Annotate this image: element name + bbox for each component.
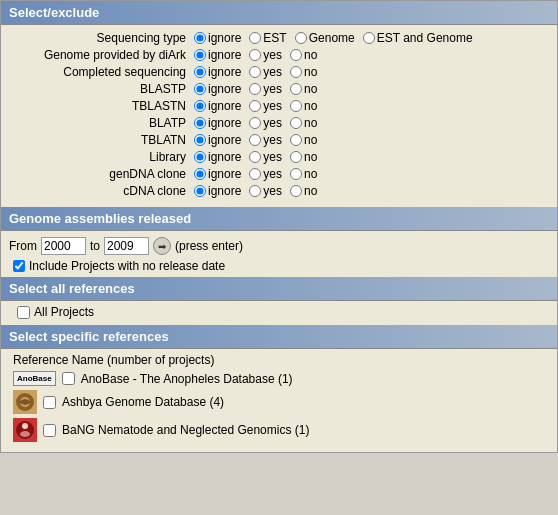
label-no-blatp: no	[304, 116, 317, 130]
ashbya-checkbox[interactable]	[43, 396, 56, 409]
radio-est[interactable]	[249, 32, 261, 44]
radio-option-est-and-genome[interactable]: EST and Genome	[363, 31, 473, 45]
radio-ignore-completed[interactable]	[194, 66, 206, 78]
to-year-input[interactable]	[104, 237, 149, 255]
radio-option-ignore-tblatn[interactable]: ignore	[194, 133, 241, 147]
radio-ignore-cdna[interactable]	[194, 185, 206, 197]
radio-option-ignore-blastp[interactable]: ignore	[194, 82, 241, 96]
label-no-gendna: no	[304, 167, 317, 181]
radio-no-gendna[interactable]	[290, 168, 302, 180]
bang-checkbox[interactable]	[43, 424, 56, 437]
radio-yes-blatp[interactable]	[249, 117, 261, 129]
radio-option-no-cdna[interactable]: no	[290, 184, 317, 198]
radio-group-library: ignore yes no	[194, 150, 323, 164]
radio-option-no-blatp[interactable]: no	[290, 116, 317, 130]
row-tblastn: TBLASTN ignore yes no	[9, 99, 549, 113]
radio-ignore-library[interactable]	[194, 151, 206, 163]
radio-option-yes-tblastn[interactable]: yes	[249, 99, 282, 113]
radio-option-no-tblastn[interactable]: no	[290, 99, 317, 113]
radio-yes-cdna[interactable]	[249, 185, 261, 197]
radio-yes-library[interactable]	[249, 151, 261, 163]
press-enter-hint: (press enter)	[175, 239, 243, 253]
radio-est-and-genome[interactable]	[363, 32, 375, 44]
radio-yes-gendna[interactable]	[249, 168, 261, 180]
radio-option-genome[interactable]: Genome	[295, 31, 355, 45]
radio-ignore-tblastn[interactable]	[194, 100, 206, 112]
radio-option-yes-tblatn[interactable]: yes	[249, 133, 282, 147]
label-ignore-diark: ignore	[208, 48, 241, 62]
radio-option-yes-completed[interactable]: yes	[249, 65, 282, 79]
radio-option-est[interactable]: EST	[249, 31, 286, 45]
label-yes-gendna: yes	[263, 167, 282, 181]
radio-yes-completed[interactable]	[249, 66, 261, 78]
radio-no-tblatn[interactable]	[290, 134, 302, 146]
radio-option-ignore-tblastn[interactable]: ignore	[194, 99, 241, 113]
label-est-and-genome: EST and Genome	[377, 31, 473, 45]
radio-option-yes-blastp[interactable]: yes	[249, 82, 282, 96]
select-specific-references-title: Select specific references	[9, 329, 169, 344]
radio-no-cdna[interactable]	[290, 185, 302, 197]
include-no-release-checkbox[interactable]	[13, 260, 25, 272]
radio-option-yes-cdna[interactable]: yes	[249, 184, 282, 198]
radio-no-completed[interactable]	[290, 66, 302, 78]
go-button[interactable]: ➡	[153, 237, 171, 255]
radio-option-yes-gendna[interactable]: yes	[249, 167, 282, 181]
radio-ignore-blatp[interactable]	[194, 117, 206, 129]
select-specific-references-header: Select specific references	[1, 325, 557, 349]
radio-option-yes-diark[interactable]: yes	[249, 48, 282, 62]
reference-column-header: Reference Name (number of projects)	[9, 353, 549, 367]
all-projects-row: All Projects	[17, 305, 549, 319]
radio-ignore-tblatn[interactable]	[194, 134, 206, 146]
radio-no-library[interactable]	[290, 151, 302, 163]
radio-option-no-diark[interactable]: no	[290, 48, 317, 62]
radio-option-yes-blatp[interactable]: yes	[249, 116, 282, 130]
radio-option-ignore-cdna[interactable]: ignore	[194, 184, 241, 198]
radio-ignore-blastp[interactable]	[194, 83, 206, 95]
label-yes-library: yes	[263, 150, 282, 164]
radio-option-no-blastp[interactable]: no	[290, 82, 317, 96]
from-year-input[interactable]	[41, 237, 86, 255]
radio-option-yes-library[interactable]: yes	[249, 150, 282, 164]
radio-option-no-tblatn[interactable]: no	[290, 133, 317, 147]
radio-no-blatp[interactable]	[290, 117, 302, 129]
row-sequencing-type: Sequencing type ignore EST Genome EST an…	[9, 31, 549, 45]
label-completed-seq: Completed sequencing	[9, 65, 194, 79]
radio-option-no-library[interactable]: no	[290, 150, 317, 164]
row-blatp: BLATP ignore yes no	[9, 116, 549, 130]
all-projects-checkbox[interactable]	[17, 306, 30, 319]
radio-option-ignore-gendna[interactable]: ignore	[194, 167, 241, 181]
label-gendna-clone: genDNA clone	[9, 167, 194, 181]
select-all-references-content: All Projects	[1, 301, 557, 325]
label-ignore-blatp: ignore	[208, 116, 241, 130]
radio-no-blastp[interactable]	[290, 83, 302, 95]
radio-option-ignore-blatp[interactable]: ignore	[194, 116, 241, 130]
row-gendna-clone: genDNA clone ignore yes no	[9, 167, 549, 181]
radio-yes-tblatn[interactable]	[249, 134, 261, 146]
radio-option-no-gendna[interactable]: no	[290, 167, 317, 181]
list-item: AnoBase AnoBase - The Anopheles Database…	[9, 371, 549, 386]
radio-ignore-seq[interactable]	[194, 32, 206, 44]
label-ignore-blastp: ignore	[208, 82, 241, 96]
radio-option-no-completed[interactable]: no	[290, 65, 317, 79]
radio-option-ignore-diark[interactable]: ignore	[194, 48, 241, 62]
radio-option-ignore-seq[interactable]: ignore	[194, 31, 241, 45]
radio-no-diark[interactable]	[290, 49, 302, 61]
radio-yes-blastp[interactable]	[249, 83, 261, 95]
anobase-checkbox[interactable]	[62, 372, 75, 385]
svg-point-6	[20, 431, 30, 437]
radio-yes-tblastn[interactable]	[249, 100, 261, 112]
radio-yes-diark[interactable]	[249, 49, 261, 61]
radio-option-ignore-completed[interactable]: ignore	[194, 65, 241, 79]
genome-assemblies-content: From to ➡ (press enter) Include Projects…	[1, 231, 557, 277]
radio-ignore-diark[interactable]	[194, 49, 206, 61]
radio-genome[interactable]	[295, 32, 307, 44]
ashbya-icon	[13, 390, 37, 414]
label-no-completed: no	[304, 65, 317, 79]
radio-no-tblastn[interactable]	[290, 100, 302, 112]
radio-ignore-gendna[interactable]	[194, 168, 206, 180]
radio-option-ignore-library[interactable]: ignore	[194, 150, 241, 164]
radio-group-cdna-clone: ignore yes no	[194, 184, 323, 198]
label-yes-diark: yes	[263, 48, 282, 62]
label-yes-completed: yes	[263, 65, 282, 79]
label-ignore-completed: ignore	[208, 65, 241, 79]
